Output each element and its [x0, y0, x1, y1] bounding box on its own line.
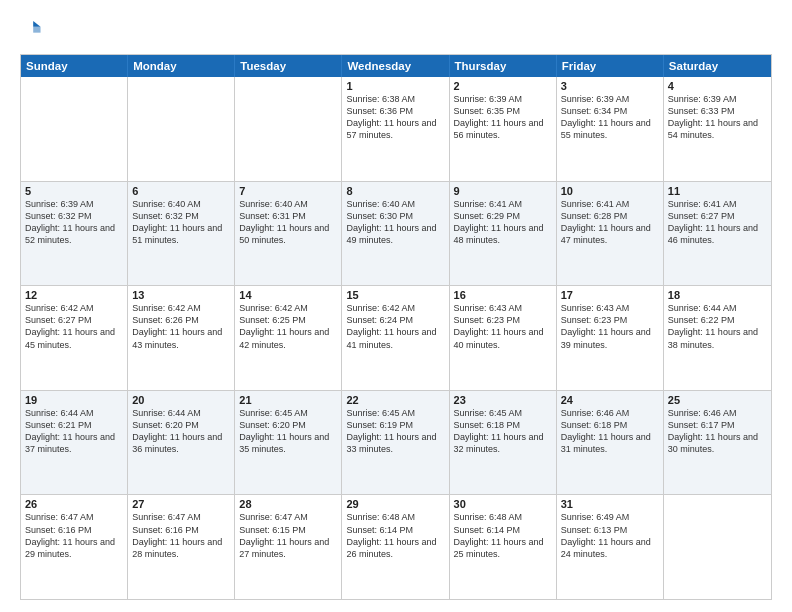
cell-text: Sunset: 6:18 PM	[454, 419, 552, 431]
calendar: SundayMondayTuesdayWednesdayThursdayFrid…	[20, 54, 772, 600]
cell-text: Daylight: 11 hours and 42 minutes.	[239, 326, 337, 350]
cell-text: Daylight: 11 hours and 57 minutes.	[346, 117, 444, 141]
cell-text: Sunrise: 6:47 AM	[25, 511, 123, 523]
cell-text: Sunset: 6:16 PM	[132, 524, 230, 536]
cell-text: Sunset: 6:22 PM	[668, 314, 767, 326]
day-number: 18	[668, 289, 767, 301]
day-number: 1	[346, 80, 444, 92]
day-number: 21	[239, 394, 337, 406]
cell-text: Sunrise: 6:43 AM	[561, 302, 659, 314]
cal-cell: 27Sunrise: 6:47 AMSunset: 6:16 PMDayligh…	[128, 495, 235, 599]
cell-text: Daylight: 11 hours and 43 minutes.	[132, 326, 230, 350]
day-number: 6	[132, 185, 230, 197]
cell-text: Sunrise: 6:47 AM	[239, 511, 337, 523]
cell-text: Sunset: 6:32 PM	[25, 210, 123, 222]
cell-text: Daylight: 11 hours and 24 minutes.	[561, 536, 659, 560]
cell-text: Sunrise: 6:40 AM	[132, 198, 230, 210]
cell-text: Sunrise: 6:40 AM	[239, 198, 337, 210]
cal-cell: 11Sunrise: 6:41 AMSunset: 6:27 PMDayligh…	[664, 182, 771, 286]
day-number: 26	[25, 498, 123, 510]
cell-text: Sunset: 6:19 PM	[346, 419, 444, 431]
cell-text: Sunset: 6:17 PM	[668, 419, 767, 431]
cell-text: Daylight: 11 hours and 27 minutes.	[239, 536, 337, 560]
day-number: 15	[346, 289, 444, 301]
cal-cell: 30Sunrise: 6:48 AMSunset: 6:14 PMDayligh…	[450, 495, 557, 599]
page: SundayMondayTuesdayWednesdayThursdayFrid…	[0, 0, 792, 612]
cal-cell: 22Sunrise: 6:45 AMSunset: 6:19 PMDayligh…	[342, 391, 449, 495]
cal-cell: 6Sunrise: 6:40 AMSunset: 6:32 PMDaylight…	[128, 182, 235, 286]
cell-text: Daylight: 11 hours and 31 minutes.	[561, 431, 659, 455]
day-number: 13	[132, 289, 230, 301]
cal-cell	[664, 495, 771, 599]
cell-text: Sunset: 6:25 PM	[239, 314, 337, 326]
cal-cell: 25Sunrise: 6:46 AMSunset: 6:17 PMDayligh…	[664, 391, 771, 495]
day-number: 31	[561, 498, 659, 510]
cell-text: Sunrise: 6:45 AM	[454, 407, 552, 419]
cell-text: Sunrise: 6:46 AM	[668, 407, 767, 419]
header-day-saturday: Saturday	[664, 55, 771, 77]
cell-text: Sunrise: 6:49 AM	[561, 511, 659, 523]
cell-text: Sunset: 6:32 PM	[132, 210, 230, 222]
cell-text: Daylight: 11 hours and 49 minutes.	[346, 222, 444, 246]
header-day-friday: Friday	[557, 55, 664, 77]
cell-text: Sunrise: 6:45 AM	[346, 407, 444, 419]
cell-text: Sunset: 6:29 PM	[454, 210, 552, 222]
cal-cell	[235, 77, 342, 181]
cal-cell: 31Sunrise: 6:49 AMSunset: 6:13 PMDayligh…	[557, 495, 664, 599]
cell-text: Daylight: 11 hours and 39 minutes.	[561, 326, 659, 350]
svg-marker-1	[33, 27, 40, 33]
cell-text: Daylight: 11 hours and 48 minutes.	[454, 222, 552, 246]
cell-text: Sunset: 6:21 PM	[25, 419, 123, 431]
cell-text: Sunrise: 6:47 AM	[132, 511, 230, 523]
cell-text: Sunset: 6:31 PM	[239, 210, 337, 222]
header-day-wednesday: Wednesday	[342, 55, 449, 77]
cell-text: Sunset: 6:27 PM	[668, 210, 767, 222]
week-row-1: 1Sunrise: 6:38 AMSunset: 6:36 PMDaylight…	[21, 77, 771, 181]
cell-text: Sunset: 6:20 PM	[132, 419, 230, 431]
cal-cell: 8Sunrise: 6:40 AMSunset: 6:30 PMDaylight…	[342, 182, 449, 286]
week-row-4: 19Sunrise: 6:44 AMSunset: 6:21 PMDayligh…	[21, 390, 771, 495]
header	[20, 18, 772, 44]
cal-cell: 26Sunrise: 6:47 AMSunset: 6:16 PMDayligh…	[21, 495, 128, 599]
cal-cell: 17Sunrise: 6:43 AMSunset: 6:23 PMDayligh…	[557, 286, 664, 390]
cell-text: Sunrise: 6:44 AM	[132, 407, 230, 419]
cell-text: Daylight: 11 hours and 37 minutes.	[25, 431, 123, 455]
day-number: 10	[561, 185, 659, 197]
cell-text: Sunrise: 6:41 AM	[668, 198, 767, 210]
day-number: 11	[668, 185, 767, 197]
day-number: 23	[454, 394, 552, 406]
cal-cell: 21Sunrise: 6:45 AMSunset: 6:20 PMDayligh…	[235, 391, 342, 495]
day-number: 5	[25, 185, 123, 197]
cell-text: Sunset: 6:14 PM	[346, 524, 444, 536]
cal-cell: 18Sunrise: 6:44 AMSunset: 6:22 PMDayligh…	[664, 286, 771, 390]
cell-text: Sunrise: 6:42 AM	[132, 302, 230, 314]
day-number: 24	[561, 394, 659, 406]
cell-text: Daylight: 11 hours and 32 minutes.	[454, 431, 552, 455]
cell-text: Daylight: 11 hours and 30 minutes.	[668, 431, 767, 455]
cal-cell: 19Sunrise: 6:44 AMSunset: 6:21 PMDayligh…	[21, 391, 128, 495]
header-day-monday: Monday	[128, 55, 235, 77]
cell-text: Sunset: 6:15 PM	[239, 524, 337, 536]
cell-text: Sunset: 6:20 PM	[239, 419, 337, 431]
cal-cell: 7Sunrise: 6:40 AMSunset: 6:31 PMDaylight…	[235, 182, 342, 286]
day-number: 27	[132, 498, 230, 510]
cal-cell: 2Sunrise: 6:39 AMSunset: 6:35 PMDaylight…	[450, 77, 557, 181]
svg-marker-0	[33, 21, 40, 27]
cell-text: Sunrise: 6:44 AM	[25, 407, 123, 419]
cal-cell: 28Sunrise: 6:47 AMSunset: 6:15 PMDayligh…	[235, 495, 342, 599]
header-day-tuesday: Tuesday	[235, 55, 342, 77]
day-number: 19	[25, 394, 123, 406]
cal-cell: 24Sunrise: 6:46 AMSunset: 6:18 PMDayligh…	[557, 391, 664, 495]
cal-cell: 15Sunrise: 6:42 AMSunset: 6:24 PMDayligh…	[342, 286, 449, 390]
day-number: 29	[346, 498, 444, 510]
cell-text: Daylight: 11 hours and 56 minutes.	[454, 117, 552, 141]
cell-text: Sunrise: 6:44 AM	[668, 302, 767, 314]
cell-text: Sunrise: 6:42 AM	[25, 302, 123, 314]
cal-cell: 9Sunrise: 6:41 AMSunset: 6:29 PMDaylight…	[450, 182, 557, 286]
day-number: 16	[454, 289, 552, 301]
logo-icon	[20, 18, 42, 40]
cell-text: Sunset: 6:16 PM	[25, 524, 123, 536]
cal-cell: 13Sunrise: 6:42 AMSunset: 6:26 PMDayligh…	[128, 286, 235, 390]
cell-text: Sunset: 6:34 PM	[561, 105, 659, 117]
cell-text: Sunrise: 6:39 AM	[25, 198, 123, 210]
